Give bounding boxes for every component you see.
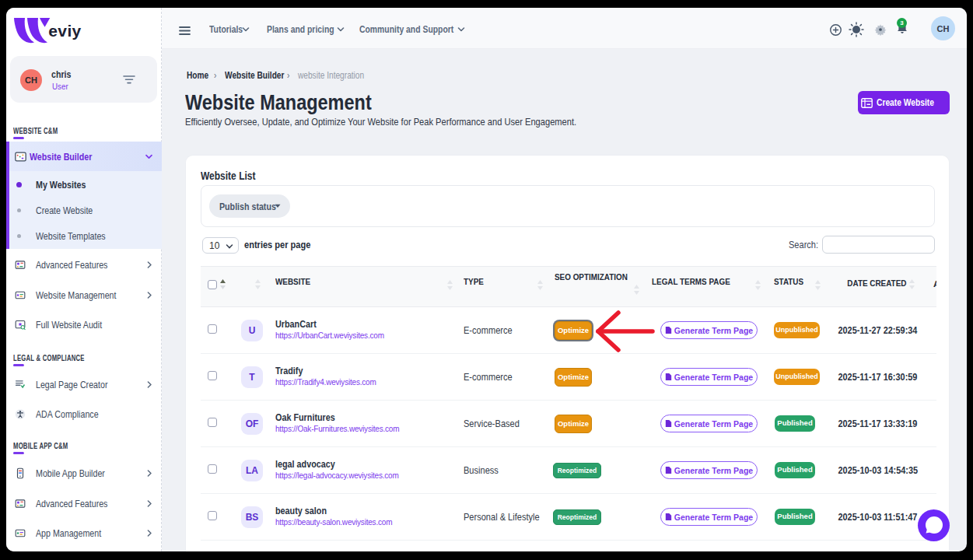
svg-text:eviy: eviy [48,22,81,40]
